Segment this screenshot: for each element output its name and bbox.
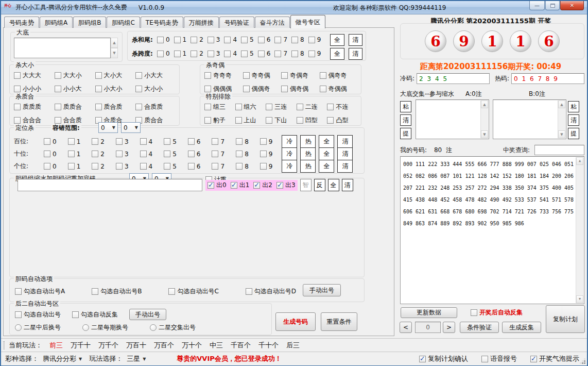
units-digit-checkbox[interactable]: 2 (92, 163, 105, 170)
manual-out-button[interactable]: 手动出号 (303, 284, 341, 296)
kill-kuadu-all-button[interactable]: 全 (330, 48, 344, 60)
special-exclude-checkbox[interactable]: 下山 (266, 116, 297, 125)
qiou-checkbox[interactable]: 偶偶奇 (243, 85, 282, 93)
cold-code-input[interactable]: 2 3 4 5 (417, 73, 490, 84)
tens-clear-button[interactable]: 清 (337, 147, 353, 160)
minimize-button[interactable]: — (529, 1, 545, 10)
scroll-up-icon[interactable]: ▲ (558, 101, 565, 108)
auto-out-checkbox[interactable]: 勾选自动出号C (168, 287, 218, 296)
special-exclude-checkbox[interactable]: 豹子 (204, 116, 235, 125)
tens-digit-checkbox[interactable]: 3 (116, 151, 129, 158)
hot-code-input[interactable]: 0 1 6 7 8 9 (511, 73, 584, 84)
special-exclude-checkbox[interactable]: 不连 (327, 103, 358, 111)
lottery-select-combo[interactable]: 腾讯分分彩▼ (43, 354, 82, 363)
generate-numbers-button[interactable]: 生成号码 (275, 312, 316, 331)
play-mode-item[interactable]: 千百个 (231, 341, 251, 350)
tab[interactable]: 号码验证 (219, 16, 254, 28)
update-data-button[interactable]: 更新数据 (401, 307, 457, 318)
kill-hewei-digit-checkbox[interactable]: 8 (291, 36, 304, 43)
units-digit-checkbox[interactable]: 7 (212, 163, 224, 170)
generate-fanji-button[interactable]: 生成反集 (502, 322, 541, 333)
intersect-right-button[interactable]: 粘 (568, 101, 579, 112)
play-mode-item[interactable]: 万千十 (71, 341, 91, 350)
rear-two-checkbox[interactable]: 勾选自动反集 (72, 310, 118, 319)
tens-digit-checkbox[interactable]: 0 (44, 151, 57, 158)
play-mode-item[interactable]: 万十个 (182, 341, 202, 350)
kill-hewei-digit-checkbox[interactable]: 5 (241, 36, 254, 43)
kill-hewei-digit-checkbox[interactable]: 1 (174, 36, 187, 43)
out1-checkbox[interactable]: 出1 (231, 181, 250, 190)
play-select-combo[interactable]: 三星▼ (127, 354, 146, 363)
hundreds-cold-button[interactable]: 冷 (282, 135, 297, 148)
units-cold-button[interactable]: 冷 (282, 160, 297, 173)
units-all-button[interactable]: 全 (319, 160, 334, 173)
kill-kuadu-digit-checkbox[interactable]: 2 (191, 50, 203, 57)
intersect-left-button[interactable]: 清 (400, 114, 411, 126)
play-mode-item[interactable]: 前三 (49, 341, 63, 350)
units-digit-checkbox[interactable]: 9 (260, 163, 273, 170)
kill-kuadu-digit-checkbox[interactable]: 1 (174, 50, 187, 57)
kill-hewei-digit-checkbox[interactable]: 7 (274, 36, 287, 43)
pager-next-button[interactable]: > (443, 322, 455, 333)
bottom-option-checkbox[interactable]: 复制计划确认 (419, 354, 468, 363)
zhihe-checkbox[interactable]: 质合合 (135, 116, 176, 125)
daxiao-checkbox[interactable]: 小小大 (55, 85, 95, 93)
tens-digit-checkbox[interactable]: 8 (236, 151, 249, 158)
special-exclude-checkbox[interactable]: 三连 (266, 103, 297, 111)
daxiao-checkbox[interactable]: 小大大 (135, 71, 176, 80)
units-digit-checkbox[interactable]: 1 (68, 163, 81, 170)
kill-hewei-digit-checkbox[interactable]: 6 (258, 36, 271, 43)
rear-two-radio[interactable]: 二星中后换号 (15, 323, 61, 332)
hundreds-all-button[interactable]: 全 (319, 135, 334, 148)
win-query-input[interactable] (534, 145, 584, 155)
dadi-textarea[interactable] (14, 38, 111, 58)
intersect-right-button[interactable]: 清 (568, 114, 579, 126)
qiou-checkbox[interactable]: 偶奇奇 (320, 71, 358, 80)
special-exclude-checkbox[interactable]: 凹型 (297, 116, 327, 125)
scroll-down-icon[interactable]: ▼ (576, 295, 583, 303)
tab[interactable]: 做号专区 (290, 15, 325, 28)
intersect-right-button[interactable]: 提 (568, 128, 579, 139)
tab[interactable]: 奋斗方法 (255, 16, 290, 28)
units-digit-checkbox[interactable]: 8 (236, 163, 249, 170)
hundreds-digit-checkbox[interactable]: 0 (44, 138, 57, 145)
kill-hewei-clear-button[interactable]: 清 (349, 34, 362, 46)
play-mode-item[interactable]: 中三 (210, 341, 223, 350)
intersect-left-button[interactable]: 粘 (400, 101, 411, 112)
tab[interactable]: 胆码组A (40, 16, 73, 28)
kill-kuadu-digit-checkbox[interactable]: 4 (224, 50, 237, 57)
close-button[interactable]: ✕ (560, 1, 584, 10)
maximize-button[interactable] (545, 1, 560, 10)
kill-kuadu-digit-checkbox[interactable]: 7 (274, 50, 287, 57)
kill-hewei-all-button[interactable]: 全 (330, 34, 344, 46)
tab[interactable]: 万能拼接 (184, 16, 219, 28)
auto-out-checkbox[interactable]: 勾选自动出号A (15, 287, 65, 296)
dadi-scrollbar[interactable]: ▲ ▼ (111, 38, 118, 58)
play-mode-item[interactable]: 后三 (286, 341, 300, 350)
special-exclude-checkbox[interactable]: 凸型 (327, 116, 358, 125)
tab[interactable]: TE号码走势 (141, 16, 183, 28)
daxiao-checkbox[interactable]: 大大小 (55, 71, 95, 80)
units-hot-button[interactable]: 热 (300, 160, 316, 173)
tab[interactable]: 胆码组B (73, 16, 106, 28)
kill-hewei-digit-checkbox[interactable]: 3 (207, 36, 220, 43)
kill-kuadu-digit-checkbox[interactable]: 6 (258, 50, 271, 57)
reset-conditions-button[interactable]: 重置条件 (321, 312, 357, 331)
clear-button[interactable]: 清 (342, 179, 353, 191)
units-digit-checkbox[interactable]: 3 (116, 163, 129, 170)
tens-digit-checkbox[interactable]: 2 (92, 151, 105, 158)
verify-conditions-button[interactable]: 条件验证 (460, 322, 499, 333)
hundreds-digit-checkbox[interactable]: 7 (212, 138, 224, 145)
special-exclude-checkbox[interactable]: 组三 (204, 103, 235, 111)
hundreds-clear-button[interactable]: 清 (337, 135, 353, 148)
kill-kuadu-digit-checkbox[interactable]: 9 (308, 50, 321, 57)
qiou-checkbox[interactable]: 奇奇奇 (204, 71, 243, 80)
zhihe-checkbox[interactable]: 合质质 (135, 103, 176, 111)
rear-two-checkbox[interactable]: 勾选自动出号 (15, 310, 61, 319)
play-mode-item[interactable]: 千十个 (258, 341, 279, 350)
tens-digit-checkbox[interactable]: 6 (188, 151, 201, 158)
tens-digit-checkbox[interactable]: 4 (140, 151, 153, 158)
copy-plan-button[interactable]: 复制计划 (546, 305, 585, 333)
kill-kuadu-digit-checkbox[interactable]: 3 (207, 50, 220, 57)
units-clear-button[interactable]: 清 (337, 160, 353, 173)
